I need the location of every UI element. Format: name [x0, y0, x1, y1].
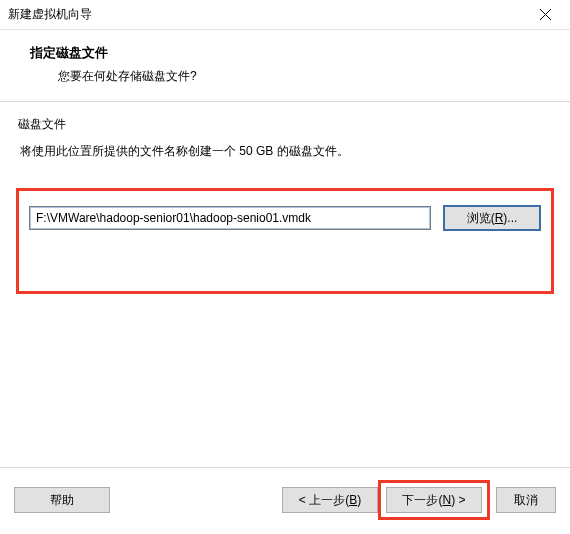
back-button[interactable]: < 上一步(B)	[282, 487, 378, 513]
disk-file-group-label: 磁盘文件	[18, 116, 552, 133]
close-icon	[540, 9, 551, 20]
browse-label-pre: 浏览(	[467, 211, 495, 225]
close-button[interactable]	[523, 1, 568, 29]
back-label-post: )	[357, 493, 361, 507]
page-subtitle: 您要在何处存储磁盘文件?	[58, 68, 546, 85]
help-button[interactable]: 帮助	[14, 487, 110, 513]
wizard-header: 指定磁盘文件 您要在何处存储磁盘文件?	[0, 30, 570, 101]
next-label-post: ) >	[451, 493, 465, 507]
path-row: 浏览(R)...	[29, 205, 541, 231]
next-highlight-box: 下一步(N) >	[378, 480, 490, 520]
back-label-key: B	[349, 493, 357, 507]
next-label-key: N	[442, 493, 451, 507]
footer: 帮助 < 上一步(B) 下一步(N) > 取消	[0, 467, 570, 534]
window-title: 新建虚拟机向导	[8, 6, 92, 23]
page-title: 指定磁盘文件	[30, 44, 546, 62]
cancel-button[interactable]: 取消	[496, 487, 556, 513]
next-button[interactable]: 下一步(N) >	[386, 487, 482, 513]
titlebar: 新建虚拟机向导	[0, 0, 570, 30]
browse-button[interactable]: 浏览(R)...	[443, 205, 541, 231]
disk-file-description: 将使用此位置所提供的文件名称创建一个 50 GB 的磁盘文件。	[20, 143, 552, 160]
path-highlight-box: 浏览(R)...	[16, 188, 554, 294]
back-label-pre: < 上一步(	[299, 493, 349, 507]
browse-label-post: )...	[503, 211, 517, 225]
content-area: 磁盘文件 将使用此位置所提供的文件名称创建一个 50 GB 的磁盘文件。 浏览(…	[0, 102, 570, 294]
next-label-pre: 下一步(	[402, 493, 442, 507]
disk-path-input[interactable]	[29, 206, 431, 230]
